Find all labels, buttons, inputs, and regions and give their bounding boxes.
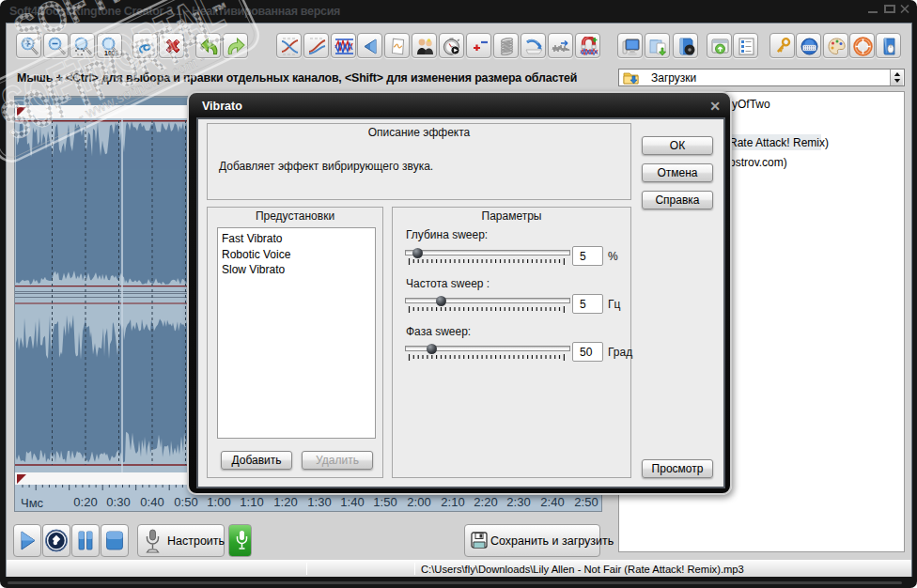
svg-text:2:50: 2:50 [574,495,598,509]
svg-text:2:30: 2:30 [506,495,530,509]
svg-text:2:00: 2:00 [407,495,430,509]
svg-text:0:40: 0:40 [140,495,163,509]
svg-text:Чмс: Чмс [21,496,44,510]
svg-text:1:20: 1:20 [273,495,297,509]
svg-text:1:50: 1:50 [373,495,396,509]
svg-text:100: 100 [104,50,116,56]
svg-text:1:00: 1:00 [207,495,230,509]
svg-text:0:30: 0:30 [106,495,130,509]
svg-text:1:30: 1:30 [307,495,331,509]
svg-text:1:10: 1:10 [240,495,263,509]
svg-text:1:40: 1:40 [340,495,364,509]
svg-text:0:20: 0:20 [73,495,97,509]
svg-text:0:50: 0:50 [174,495,197,509]
svg-text:2:20: 2:20 [474,495,497,509]
svg-text:2:10: 2:10 [441,495,464,509]
svg-text:2:40: 2:40 [540,495,564,509]
